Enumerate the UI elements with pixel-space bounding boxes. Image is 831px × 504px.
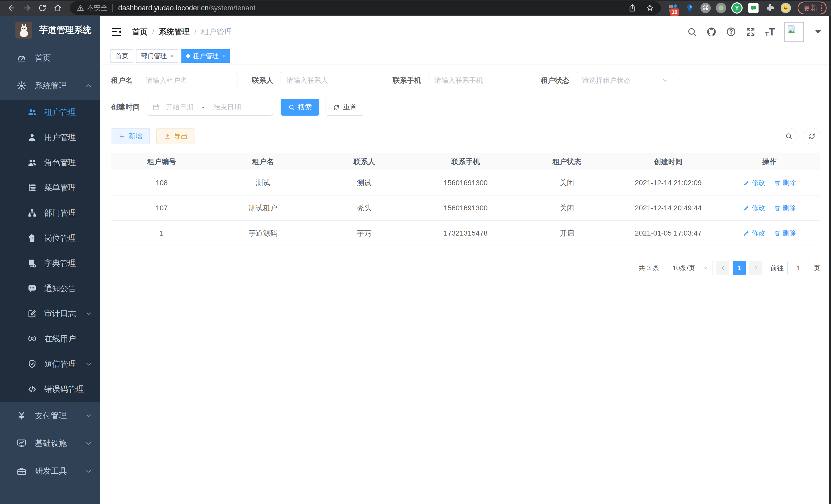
active-tab-dot	[186, 54, 190, 58]
help-icon[interactable]	[726, 27, 736, 37]
breadcrumb-home[interactable]: 首页	[132, 27, 147, 37]
browser-scrollbar[interactable]	[829, 16, 831, 504]
edit-link[interactable]: 修改	[743, 229, 765, 238]
sidebar-item-menu-management[interactable]: 菜单管理	[0, 175, 100, 200]
browser-menu-icon[interactable]	[821, 5, 822, 11]
bookmark-star-icon[interactable]	[646, 4, 654, 12]
browser-back-button[interactable]	[6, 2, 18, 14]
page-size-select[interactable]: 10条/页	[666, 261, 713, 275]
sidebar-item-system-management[interactable]: 系统管理	[0, 72, 100, 100]
sidebar-item-dept-management[interactable]: 部门管理	[0, 200, 100, 226]
extension-command-icon[interactable]: ⌘	[700, 3, 711, 13]
app-logo[interactable]: 芋道管理系统	[0, 16, 100, 44]
start-date-placeholder[interactable]: 开始日期	[166, 102, 194, 112]
sidebar-item-home[interactable]: 首页	[0, 44, 100, 72]
tab-close-icon[interactable]: ×	[170, 53, 173, 59]
edit-link[interactable]: 修改	[743, 203, 765, 212]
sidebar-item-online-users[interactable]: 在线用户	[0, 326, 100, 351]
sidebar-item-dev-tools[interactable]: 研发工具	[0, 457, 100, 485]
edit-pen-icon	[743, 180, 750, 186]
page-1-button[interactable]: 1	[733, 261, 746, 275]
delete-link[interactable]: 删除	[774, 203, 796, 212]
extension-diamond-icon[interactable]: 10	[667, 2, 679, 13]
edit-pen-icon	[743, 230, 750, 237]
sidebar-item-tenant-management[interactable]: 租户管理	[0, 100, 100, 125]
sidebar-item-label: 系统管理	[35, 80, 67, 91]
extension-y-icon[interactable]: Y	[731, 2, 743, 13]
column-header: 联系手机	[415, 153, 516, 170]
sidebar-collapse-icon[interactable]	[111, 26, 122, 38]
show-search-toggle-button[interactable]	[781, 128, 797, 144]
browser-home-button[interactable]	[52, 2, 64, 14]
column-header: 租户编号	[111, 153, 212, 170]
sidebar: 芋道管理系统 首页系统管理租户管理用户管理角色管理菜单管理部门管理岗位管理字典管…	[0, 16, 100, 504]
goto-page-input[interactable]	[787, 261, 810, 275]
cell-id: 107	[111, 196, 212, 221]
cell-operations: 修改删除	[719, 196, 820, 221]
toolbox-icon	[17, 466, 27, 476]
extension-chat-icon[interactable]	[748, 2, 759, 13]
org-icon	[27, 208, 37, 218]
add-button[interactable]: 新增	[111, 128, 150, 144]
delete-link[interactable]: 删除	[774, 178, 796, 187]
sidebar-item-infrastructure[interactable]: 基础设施	[0, 429, 100, 457]
delete-link[interactable]: 删除	[774, 229, 796, 238]
sidebar-item-user-management[interactable]: 用户管理	[0, 125, 100, 150]
extension-puzzle-icon[interactable]	[764, 2, 775, 13]
avatar-caret-icon[interactable]	[813, 27, 823, 37]
edit-link[interactable]: 修改	[743, 178, 765, 187]
fullscreen-icon[interactable]	[745, 27, 756, 37]
create-time-range-picker[interactable]: 开始日期 - 结束日期	[147, 99, 273, 116]
next-page-button[interactable]	[749, 261, 762, 275]
trash-icon	[774, 180, 781, 186]
url-path[interactable]: /system/tenant	[209, 4, 255, 12]
url-host[interactable]: dashboard.yudao.iocoder.cn	[118, 4, 209, 12]
breadcrumb-system-management[interactable]: 系统管理	[159, 27, 190, 37]
sidebar-item-payment-management[interactable]: 支付管理	[0, 402, 100, 429]
refresh-table-button[interactable]	[804, 128, 820, 144]
sidebar-item-error-code-management[interactable]: 错误码管理	[0, 377, 100, 402]
search-button[interactable]: 搜索	[281, 99, 319, 116]
tab-tenant-management[interactable]: 租户管理×	[181, 49, 230, 63]
tab-dept-management[interactable]: 部门管理×	[136, 49, 178, 63]
cell-phone: 15601691300	[415, 196, 516, 221]
tab-close-icon[interactable]: ×	[222, 53, 225, 59]
browser-forward-button[interactable]	[21, 2, 33, 14]
update-label: 更新	[803, 3, 818, 12]
end-date-placeholder[interactable]: 结束日期	[213, 102, 241, 112]
browser-update-button[interactable]: 更新	[798, 2, 827, 14]
search-icon[interactable]	[687, 27, 697, 37]
extension-green-dot-icon[interactable]	[716, 3, 726, 13]
font-size-icon[interactable]: TT	[765, 26, 775, 38]
tenant-name-input[interactable]	[140, 72, 237, 89]
export-button[interactable]: 导出	[156, 128, 195, 144]
address-bar[interactable]: 不安全 dashboard.yudao.iocoder.cn/system/te…	[70, 1, 661, 14]
github-icon[interactable]	[706, 27, 717, 37]
share-icon[interactable]	[628, 4, 637, 12]
tab-home[interactable]: 首页	[111, 49, 133, 63]
back-icon	[7, 4, 16, 12]
contact-input[interactable]	[281, 72, 378, 89]
sidebar-item-sms-management[interactable]: 短信管理	[0, 351, 100, 377]
cell-operations: 修改删除	[719, 170, 820, 196]
sidebar-item-notice-announcement[interactable]: 通知公告	[0, 276, 100, 301]
reset-button[interactable]: 重置	[325, 99, 364, 116]
prev-page-button[interactable]	[716, 261, 729, 275]
phone-input[interactable]	[429, 72, 526, 89]
sidebar-item-dict-management[interactable]: 字典管理	[0, 251, 100, 276]
cell-name: 芋道源码	[212, 221, 314, 246]
browser-reload-button[interactable]	[36, 2, 48, 14]
message-icon	[27, 284, 37, 293]
sidebar-item-post-management[interactable]: 岗位管理	[0, 226, 100, 251]
status-select[interactable]: 请选择租户状态	[577, 72, 674, 89]
avatar[interactable]	[784, 22, 804, 41]
chevron-down-icon	[85, 440, 92, 447]
goto-label: 前往	[770, 264, 784, 272]
address-divider	[112, 4, 113, 12]
sidebar-item-role-management[interactable]: 角色管理	[0, 150, 100, 175]
security-label[interactable]: 不安全	[87, 3, 108, 12]
extension-kite-icon[interactable]	[684, 2, 695, 13]
extension-emoji-icon[interactable]	[781, 3, 791, 13]
page-unit-label: 页	[813, 264, 820, 272]
sidebar-item-audit-log[interactable]: 审计日志	[0, 301, 100, 326]
